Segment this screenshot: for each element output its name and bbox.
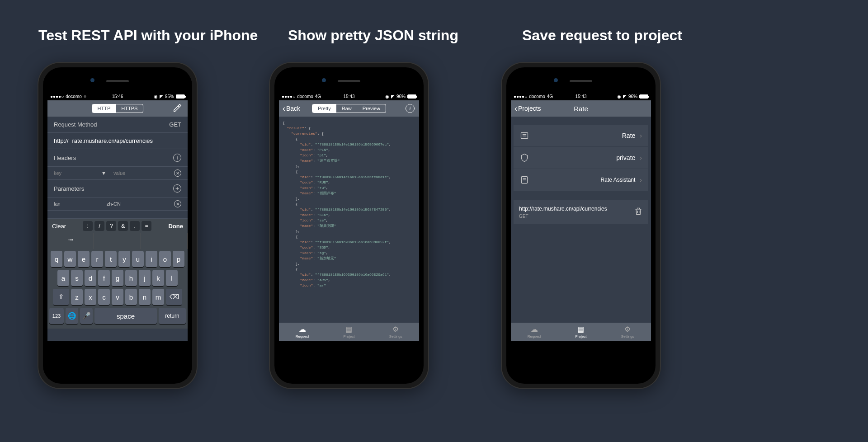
list-item-private[interactable]: private› <box>514 147 648 169</box>
dropdown-icon[interactable]: ▼ <box>101 170 106 176</box>
http-button[interactable]: HTTP <box>92 104 116 113</box>
url-input[interactable]: rate.mushare.cn/api/currencies <box>72 137 181 144</box>
caption-1: Test REST API with your iPhone <box>38 27 258 44</box>
back-projects-button[interactable]: ‹Projects <box>514 104 541 113</box>
key-z[interactable]: z <box>71 289 83 305</box>
key-i[interactable]: i <box>146 251 157 267</box>
list-item-assistant[interactable]: Rate Assistant› <box>514 169 648 191</box>
gear-icon: ⚙ <box>392 325 399 334</box>
chevron-right-icon: › <box>640 154 642 161</box>
nav-title: Rate <box>574 105 588 113</box>
cloud-icon: ☁ <box>299 325 306 334</box>
key-x[interactable]: x <box>85 289 96 305</box>
quick-key-question[interactable]: ? <box>106 221 116 231</box>
url-row[interactable]: http:// rate.mushare.cn/api/currencies <box>47 133 188 149</box>
remove-header-button[interactable]: ✕ <box>174 169 181 177</box>
numeric-key[interactable]: 123 <box>49 308 64 324</box>
header-value-input[interactable]: value <box>113 170 170 176</box>
candidate-bar: "" <box>47 233 188 249</box>
status-bar: ●●●●○docomo4G 15:43 ◉◤96% <box>279 92 419 100</box>
param-key-input[interactable]: lan <box>54 201 103 207</box>
caption-2: Show pretty JSON string <box>288 27 458 44</box>
request-method-row[interactable]: Request Method GET <box>47 117 188 133</box>
key-j[interactable]: j <box>139 270 151 286</box>
folder-icon: ▤ <box>577 325 584 334</box>
key-a[interactable]: a <box>57 270 69 286</box>
info-icon[interactable]: i <box>406 104 415 113</box>
candidate-2[interactable] <box>94 233 141 249</box>
chevron-right-icon: › <box>640 176 642 183</box>
key-q[interactable]: q <box>51 251 62 267</box>
globe-key[interactable]: 🌐 <box>66 308 78 324</box>
cloud-icon: ☁ <box>531 325 538 334</box>
tab-bar: ☁Request ▤Project ⚙Settings <box>279 323 419 341</box>
key-p[interactable]: p <box>173 251 184 267</box>
key-g[interactable]: g <box>112 270 123 286</box>
view-segmented[interactable]: Pretty Raw Preview <box>312 104 386 113</box>
param-value-input[interactable]: zh-CN <box>107 201 170 207</box>
tab-request[interactable]: ☁Request <box>511 323 557 341</box>
tab-project[interactable]: ▤Project <box>557 323 604 341</box>
saved-request-card[interactable]: http://rate.mushare.cn/api/currencies GE… <box>514 200 648 224</box>
key-e[interactable]: e <box>78 251 90 267</box>
json-viewer[interactable]: { "result": { "currencies": [ { "cid": "… <box>279 117 419 324</box>
key-t[interactable]: t <box>105 251 117 267</box>
nav-bar: ‹Back Pretty Raw Preview i <box>279 100 419 117</box>
done-button[interactable]: Done <box>168 223 183 230</box>
parameters-label: Parameters <box>54 185 84 192</box>
https-button[interactable]: HTTPS <box>116 104 143 113</box>
key-o[interactable]: o <box>159 251 171 267</box>
key-l[interactable]: l <box>166 270 178 286</box>
candidate-3[interactable] <box>141 233 188 249</box>
tab-project[interactable]: ▤Project <box>326 323 372 341</box>
tab-settings[interactable]: ⚙Settings <box>604 323 651 341</box>
backspace-key[interactable]: ⌫ <box>166 289 182 305</box>
key-s[interactable]: s <box>71 270 83 286</box>
pretty-button[interactable]: Pretty <box>312 104 336 113</box>
space-key[interactable]: space <box>94 308 157 324</box>
header-key-input[interactable]: key <box>54 170 98 176</box>
preview-button[interactable]: Preview <box>357 104 386 113</box>
key-m[interactable]: m <box>152 289 164 305</box>
key-h[interactable]: h <box>125 270 137 286</box>
list-icon <box>520 131 529 140</box>
trash-icon[interactable] <box>634 207 643 218</box>
key-v[interactable]: v <box>112 289 123 305</box>
key-r[interactable]: r <box>91 251 103 267</box>
key-y[interactable]: y <box>118 251 130 267</box>
return-key[interactable]: return <box>159 308 186 324</box>
key-k[interactable]: k <box>152 270 164 286</box>
key-d[interactable]: d <box>85 270 96 286</box>
add-header-button[interactable]: + <box>173 154 181 162</box>
list-item-rate[interactable]: Rate› <box>514 125 648 147</box>
quick-key-eq[interactable]: = <box>142 221 151 231</box>
phone-frame: ●●●●○docomoᯤ 15:46 ◉◤95% HTTP HTTPS Requ <box>38 63 197 388</box>
remove-param-button[interactable]: ✕ <box>174 200 181 207</box>
quick-key-slash[interactable]: / <box>94 221 104 231</box>
headers-label: Headers <box>54 155 76 161</box>
scheme-segmented[interactable]: HTTP HTTPS <box>92 104 144 113</box>
clear-button[interactable]: Clear <box>52 223 66 230</box>
key-f[interactable]: f <box>98 270 110 286</box>
quick-key-amp[interactable]: & <box>118 221 128 231</box>
candidate-1[interactable]: "" <box>47 233 94 249</box>
back-button[interactable]: ‹Back <box>283 104 300 113</box>
caption-3: Save request to project <box>522 27 682 44</box>
tab-settings[interactable]: ⚙Settings <box>373 323 419 341</box>
raw-button[interactable]: Raw <box>336 104 357 113</box>
tab-bar: ☁Request ▤Project ⚙Settings <box>511 323 651 341</box>
quick-key-colon[interactable]: : <box>83 221 93 231</box>
keyboard: qwertyuiop asdfghjkl ⇧ zxcvbnm ⌫ 123 🌐 🎤… <box>47 249 188 329</box>
key-c[interactable]: c <box>98 289 110 305</box>
key-b[interactable]: b <box>125 289 137 305</box>
key-n[interactable]: n <box>139 289 151 305</box>
brush-icon[interactable] <box>172 103 182 115</box>
tab-request[interactable]: ☁Request <box>279 323 326 341</box>
quick-key-bar: Clear : / ? & . = Done <box>47 219 188 233</box>
shift-key[interactable]: ⇧ <box>53 289 69 305</box>
mic-key[interactable]: 🎤 <box>80 308 93 324</box>
add-parameter-button[interactable]: + <box>173 184 181 193</box>
quick-key-dot[interactable]: . <box>130 221 140 231</box>
key-u[interactable]: u <box>132 251 144 267</box>
key-w[interactable]: w <box>64 251 76 267</box>
